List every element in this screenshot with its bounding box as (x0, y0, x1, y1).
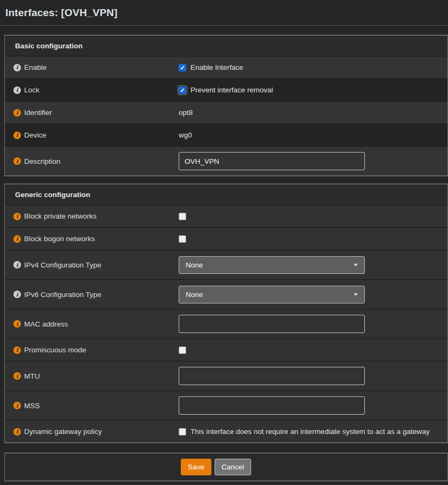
row-mss: iMSS (5, 390, 447, 420)
info-icon[interactable]: i (13, 261, 21, 269)
field-label: Device (24, 131, 46, 139)
select-value: None (186, 261, 203, 269)
info-icon[interactable]: i (13, 428, 21, 436)
row-block-private-networks: iBlock private networks (5, 205, 447, 227)
block-private-networks-checkbox[interactable] (179, 213, 186, 220)
row-mac-address: iMAC address (5, 309, 447, 338)
row-description: iDescription (5, 146, 447, 176)
field-label: Identifier (24, 108, 52, 117)
field-label: IPv6 Configuration Type (24, 291, 101, 299)
info-icon[interactable]: i (13, 86, 21, 94)
mss-input[interactable] (179, 396, 365, 415)
promiscuous-mode-checkbox[interactable] (179, 346, 186, 354)
field-label: Dynamic gateway policy (24, 428, 102, 436)
field-label: MAC address (24, 320, 68, 328)
save-button[interactable]: Save (181, 459, 211, 475)
row-device: iDevicewg0 (5, 124, 447, 146)
field-label: MSS (24, 402, 40, 410)
select-value: None (186, 291, 203, 299)
block-bogon-networks-checkbox[interactable] (179, 235, 186, 243)
enable-checkbox-label[interactable]: Enable Interface (190, 63, 243, 71)
info-icon[interactable]: i (13, 132, 21, 139)
section-title: Basic configuration (5, 35, 447, 56)
field-label: IPv4 Configuration Type (24, 261, 101, 269)
row-dynamic-gateway-policy: iDynamic gateway policyThis interface do… (5, 420, 447, 443)
field-label: Enable (24, 63, 47, 71)
dynamic-gateway-policy-checkbox-label[interactable]: This interface does not require an inter… (190, 428, 430, 436)
field-label: Block bogon networks (24, 235, 95, 243)
row-mtu: iMTU (5, 361, 447, 390)
row-ipv6-configuration-type: iIPv6 Configuration TypeNone (5, 279, 447, 309)
info-icon[interactable]: i (13, 157, 21, 165)
row-block-bogon-networks: iBlock bogon networks (5, 227, 447, 250)
section-title: Generic configuration (5, 184, 447, 205)
identifier-value: opt8 (179, 108, 193, 117)
mtu-input[interactable] (179, 367, 365, 385)
section-basic-configuration: Basic configurationiEnable✓Enable Interf… (4, 35, 448, 176)
lock-checkbox[interactable]: ✓ (179, 86, 186, 94)
info-icon[interactable]: i (13, 291, 21, 298)
info-icon[interactable]: i (13, 109, 21, 117)
lock-checkbox-label[interactable]: Prevent interface removal (190, 86, 273, 94)
dynamic-gateway-policy-checkbox[interactable] (179, 428, 186, 436)
row-lock: iLock✓Prevent interface removal (5, 78, 447, 101)
device-value: wg0 (179, 131, 192, 139)
info-icon[interactable]: i (13, 402, 21, 409)
row-enable: iEnable✓Enable Interface (5, 56, 447, 78)
row-promiscuous-mode: iPromiscuous mode (5, 338, 447, 361)
field-label: Lock (24, 86, 40, 94)
chevron-down-icon (354, 293, 358, 296)
mac-address-input[interactable] (179, 315, 365, 333)
section-generic-configuration: Generic configurationiBlock private netw… (4, 184, 448, 443)
info-icon[interactable]: i (13, 372, 21, 380)
info-icon[interactable]: i (13, 235, 21, 243)
info-icon[interactable]: i (13, 213, 21, 220)
ipv4-configuration-type-select[interactable]: None (179, 256, 365, 274)
field-label: Description (24, 157, 61, 165)
info-icon[interactable]: i (13, 320, 21, 328)
enable-checkbox[interactable]: ✓ (179, 64, 186, 71)
chevron-down-icon (354, 264, 358, 266)
page-header: Interfaces: [OVH_VPN] (0, 0, 448, 26)
config-sections: Basic configurationiEnable✓Enable Interf… (0, 26, 448, 443)
cancel-button[interactable]: Cancel (215, 459, 251, 475)
row-ipv4-configuration-type: iIPv4 Configuration TypeNone (5, 250, 447, 279)
info-icon[interactable]: i (13, 346, 21, 354)
ipv6-configuration-type-select[interactable]: None (179, 286, 365, 303)
row-identifier: iIdentifieropt8 (5, 101, 447, 124)
actions-bar: Save Cancel (4, 453, 448, 481)
page-title: Interfaces: [OVH_VPN] (5, 7, 443, 19)
field-label: Block private networks (24, 212, 97, 220)
description-input[interactable] (179, 152, 365, 170)
field-label: MTU (24, 372, 40, 380)
info-icon[interactable]: i (13, 64, 21, 71)
field-label: Promiscuous mode (24, 346, 86, 354)
